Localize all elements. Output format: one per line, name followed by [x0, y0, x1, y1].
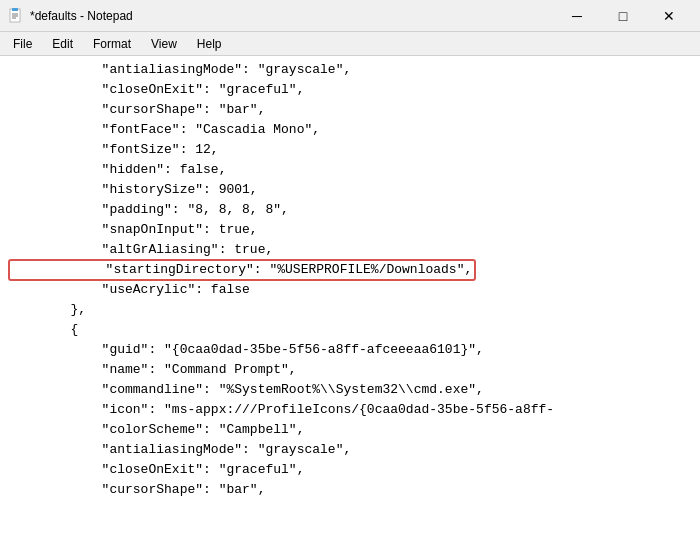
code-line: "closeOnExit": "graceful", [8, 460, 692, 480]
menu-format[interactable]: Format [84, 34, 140, 54]
app-icon [8, 8, 24, 24]
title-bar: *defaults - Notepad ─ □ ✕ [0, 0, 700, 32]
code-line: "commandline": "%SystemRoot%\\System32\\… [8, 380, 692, 400]
editor-area[interactable]: "antialiasingMode": "grayscale", "closeO… [0, 56, 700, 548]
maximize-button[interactable]: □ [600, 0, 646, 32]
code-line: "cursorShape": "bar", [8, 480, 692, 500]
code-line: "antialiasingMode": "grayscale", [8, 440, 692, 460]
code-line: "altGrAliasing": true, [8, 240, 692, 260]
code-line: "padding": "8, 8, 8, 8", [8, 200, 692, 220]
minimize-button[interactable]: ─ [554, 0, 600, 32]
code-line: "antialiasingMode": "grayscale", [8, 60, 692, 80]
highlighted-line: "startingDirectory": "%USERPROFILE%/Down… [8, 260, 692, 280]
code-line: "cursorShape": "bar", [8, 100, 692, 120]
code-line: "guid": "{0caa0dad-35be-5f56-a8ff-afceee… [8, 340, 692, 360]
menu-help[interactable]: Help [188, 34, 231, 54]
code-line: "fontFace": "Cascadia Mono", [8, 120, 692, 140]
window-controls: ─ □ ✕ [554, 0, 692, 32]
code-line: "snapOnInput": true, [8, 220, 692, 240]
code-line: "colorScheme": "Campbell", [8, 420, 692, 440]
code-line: "hidden": false, [8, 160, 692, 180]
code-line: "useAcrylic": false [8, 280, 692, 300]
code-line: }, [8, 300, 692, 320]
menu-edit[interactable]: Edit [43, 34, 82, 54]
menu-view[interactable]: View [142, 34, 186, 54]
svg-rect-1 [12, 8, 18, 11]
code-line: "closeOnExit": "graceful", [8, 80, 692, 100]
code-line: "historySize": 9001, [8, 180, 692, 200]
code-line: "fontSize": 12, [8, 140, 692, 160]
menu-file[interactable]: File [4, 34, 41, 54]
code-line: "icon": "ms-appx:///ProfileIcons/{0caa0d… [8, 400, 692, 420]
menu-bar: File Edit Format View Help [0, 32, 700, 56]
window-title: *defaults - Notepad [30, 9, 548, 23]
close-button[interactable]: ✕ [646, 0, 692, 32]
code-line: "name": "Command Prompt", [8, 360, 692, 380]
code-line: { [8, 320, 692, 340]
